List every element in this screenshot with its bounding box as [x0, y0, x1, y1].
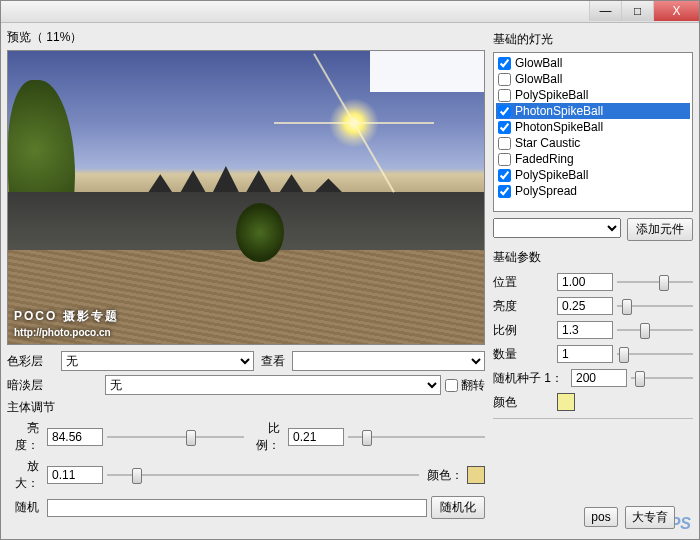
light-label: PolySpikeBall — [515, 88, 588, 102]
add-element-button[interactable]: 添加元件 — [627, 218, 693, 241]
maximize-button[interactable]: □ — [621, 1, 653, 21]
ratio-label: 比例： — [248, 420, 284, 454]
main-adjust-label: 主体调节 — [7, 399, 55, 416]
light-item[interactable]: PolySpikeBall — [496, 167, 690, 183]
app-window: — □ X 预览（ 11%） POCO 摄影专题 http://photo.po… — [0, 0, 700, 540]
element-type-select[interactable] — [493, 218, 621, 238]
count-slider[interactable] — [617, 346, 693, 362]
view-label: 查看 — [258, 353, 288, 370]
seed-label: 随机种子 1： — [493, 370, 567, 387]
light-checkbox[interactable] — [498, 89, 511, 102]
color-layer-select[interactable]: 无 — [61, 351, 254, 371]
light-label: Star Caustic — [515, 136, 580, 150]
ratio-input[interactable]: 0.21 — [288, 428, 344, 446]
light-item[interactable]: PolySpikeBall — [496, 87, 690, 103]
light-brightness-slider[interactable] — [617, 298, 693, 314]
zoom-slider[interactable] — [107, 467, 419, 483]
light-brightness-input[interactable]: 0.25 — [557, 297, 613, 315]
color-label: 颜色： — [423, 467, 463, 484]
light-checkbox[interactable] — [498, 73, 511, 86]
brightness-slider[interactable] — [107, 429, 244, 445]
sun-flare-icon — [329, 98, 379, 148]
light-checkbox[interactable] — [498, 185, 511, 198]
brightness-input[interactable]: 84.56 — [47, 428, 103, 446]
light-label: GlowBall — [515, 56, 562, 70]
preview-label: 预览（ 11%） — [7, 29, 485, 46]
position-label: 位置 — [493, 274, 553, 291]
position-slider[interactable] — [617, 274, 693, 290]
random-input[interactable] — [47, 499, 427, 517]
light-item[interactable]: PolySpread — [496, 183, 690, 199]
light-label: PhotonSpikeBall — [515, 104, 603, 118]
light-item[interactable]: FadedRing — [496, 151, 690, 167]
light-label: FadedRing — [515, 152, 574, 166]
position-input[interactable]: 1.00 — [557, 273, 613, 291]
light-ratio-input[interactable]: 1.3 — [557, 321, 613, 339]
dim-layer-label: 暗淡层 — [7, 377, 57, 394]
light-ratio-slider[interactable] — [617, 322, 693, 338]
color-layer-label: 色彩层 — [7, 353, 57, 370]
random-label: 随机 — [7, 499, 43, 516]
light-label: PolySpikeBall — [515, 168, 588, 182]
light-item[interactable]: GlowBall — [496, 71, 690, 87]
light-label: PolySpread — [515, 184, 577, 198]
close-button[interactable]: X — [653, 1, 699, 21]
basic-params-label: 基础参数 — [493, 249, 693, 266]
light-ratio-label: 比例 — [493, 322, 553, 339]
brightness-label: 亮度： — [7, 420, 43, 454]
preview-image[interactable]: POCO 摄影专题 http://photo.poco.cn — [7, 50, 485, 345]
dim-layer-select[interactable]: 无 — [105, 375, 441, 395]
seed-input[interactable]: 200 — [571, 369, 627, 387]
light-label: PhotonSpikeBall — [515, 120, 603, 134]
zoom-label: 放大： — [7, 458, 43, 492]
titlebar[interactable]: — □ X — [1, 1, 699, 23]
randomize-button[interactable]: 随机化 — [431, 496, 485, 519]
light-item[interactable]: PhotonSpikeBall — [496, 119, 690, 135]
light-color-swatch[interactable] — [557, 393, 575, 411]
light-checkbox[interactable] — [498, 137, 511, 150]
light-item[interactable]: PhotonSpikeBall — [496, 103, 690, 119]
minimize-button[interactable]: — — [589, 1, 621, 21]
light-checkbox[interactable] — [498, 153, 511, 166]
color-swatch[interactable] — [467, 466, 485, 484]
count-label: 数量 — [493, 346, 553, 363]
light-item[interactable]: GlowBall — [496, 55, 690, 71]
flip-checkbox[interactable]: 翻转 — [445, 377, 485, 394]
footer-button-1[interactable]: pos — [584, 507, 617, 527]
lights-panel-title: 基础的灯光 — [493, 31, 693, 48]
light-checkbox[interactable] — [498, 169, 511, 182]
ratio-slider[interactable] — [348, 429, 485, 445]
watermark-text: POCO 摄影专题 http://photo.poco.cn — [14, 308, 119, 338]
footer-button-2[interactable]: 大专育 — [625, 506, 675, 529]
light-checkbox[interactable] — [498, 57, 511, 70]
light-checkbox[interactable] — [498, 121, 511, 134]
count-input[interactable]: 1 — [557, 345, 613, 363]
light-list[interactable]: GlowBallGlowBallPolySpikeBallPhotonSpike… — [493, 52, 693, 212]
seed-slider[interactable] — [631, 370, 693, 386]
light-item[interactable]: Star Caustic — [496, 135, 690, 151]
light-brightness-label: 亮度 — [493, 298, 553, 315]
view-select[interactable] — [292, 351, 485, 371]
light-checkbox[interactable] — [498, 105, 511, 118]
zoom-input[interactable]: 0.11 — [47, 466, 103, 484]
light-label: GlowBall — [515, 72, 562, 86]
light-color-label: 颜色 — [493, 394, 553, 411]
